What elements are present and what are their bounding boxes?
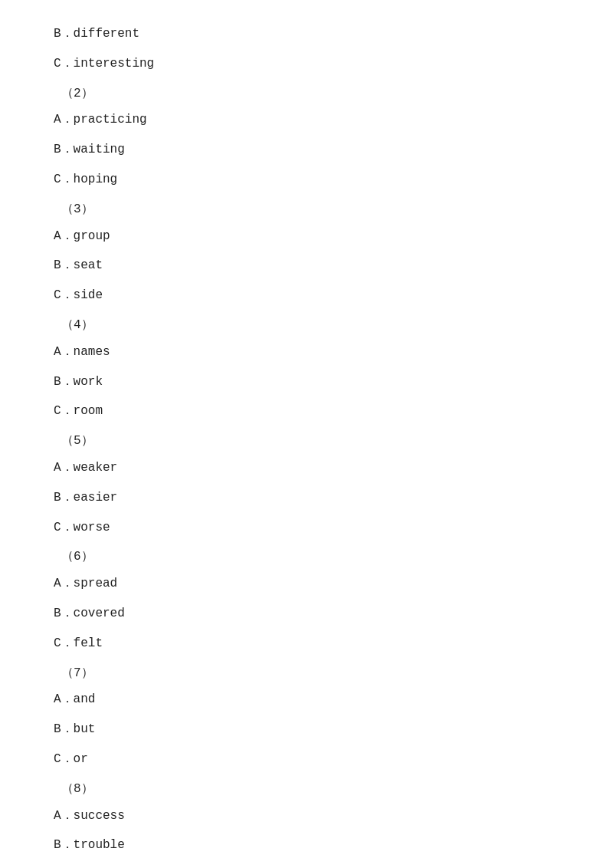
- main-content: B．differentC．interesting（2）A．practicingB…: [0, 0, 613, 868]
- answer-option: C．or: [54, 748, 559, 771]
- answer-option: A．weaker: [54, 457, 559, 479]
- answer-option: B．waiting: [54, 139, 559, 161]
- answer-option: A．success: [54, 805, 559, 827]
- question-number: （8）: [61, 778, 559, 801]
- answer-option: A．group: [54, 225, 559, 248]
- question-number: （4）: [61, 314, 559, 337]
- question-number: （3）: [61, 199, 559, 221]
- answer-option: B．trouble: [54, 834, 559, 856]
- answer-option: B．different: [54, 23, 559, 45]
- answer-option: A．and: [54, 689, 559, 711]
- answer-option: A．names: [54, 341, 559, 363]
- question-number: （5）: [61, 430, 559, 452]
- answer-option: A．spread: [54, 573, 559, 595]
- answer-option: B．but: [54, 718, 559, 741]
- answer-option: C．interesting: [54, 53, 559, 75]
- question-number: （7）: [61, 663, 559, 685]
- answer-option: C．hoping: [54, 169, 559, 191]
- answer-option: A．practicing: [54, 109, 559, 131]
- question-number: （2）: [61, 83, 559, 105]
- answer-option: B．work: [54, 371, 559, 393]
- answer-option: B．easier: [54, 487, 559, 509]
- answer-option: B．covered: [54, 603, 559, 625]
- answer-option: C．side: [54, 284, 559, 307]
- answer-option: C．felt: [54, 633, 559, 655]
- answer-option: C．room: [54, 400, 559, 422]
- answer-option: B．seat: [54, 255, 559, 277]
- question-number: （6）: [61, 546, 559, 568]
- answer-option: C．worse: [54, 517, 559, 539]
